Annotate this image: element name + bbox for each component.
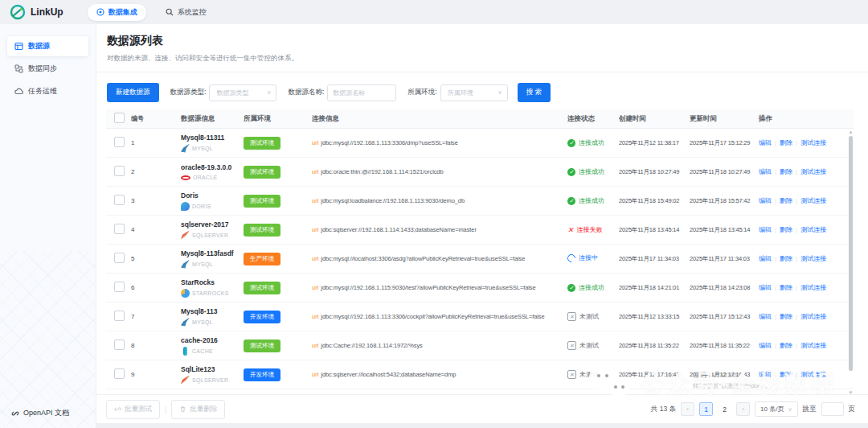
openapi-doc-label: OpenAPI 文档 bbox=[23, 408, 69, 418]
updated-time: 2025年11月17 11:34:03 bbox=[690, 255, 759, 263]
app-window: LinkUp 数据集成 系统监控 数据 bbox=[0, 0, 868, 428]
row-checkbox[interactable] bbox=[114, 195, 125, 205]
divider: | bbox=[796, 255, 797, 262]
delete-link[interactable]: 删除 bbox=[780, 197, 792, 204]
batch-test-button[interactable]: 批量测试 bbox=[106, 400, 160, 419]
batch-delete-button[interactable]: 批量删除 bbox=[171, 400, 225, 419]
delete-link[interactable]: 删除 bbox=[780, 168, 792, 175]
status-icon bbox=[567, 341, 576, 350]
divider: | bbox=[775, 255, 776, 262]
row-checkbox[interactable] bbox=[114, 340, 125, 350]
status-text: 连接中 bbox=[579, 253, 598, 262]
page-size-select[interactable]: 10 条/页 ∨ bbox=[755, 401, 797, 417]
page-1-button[interactable]: 1 bbox=[699, 402, 713, 416]
openapi-doc-link[interactable]: OpenAPI 文档 bbox=[11, 408, 69, 418]
delete-link[interactable]: 删除 bbox=[780, 284, 792, 291]
status-icon bbox=[567, 284, 575, 292]
test-connection-link[interactable]: 测试连接 bbox=[800, 371, 826, 378]
tab-data-integration[interactable]: 数据集成 bbox=[88, 4, 146, 21]
row-checkbox[interactable] bbox=[114, 166, 125, 176]
main-content: 数据源列表 对数据的来源、连接、访问和安全等进行统一集中管控的体系。 新建数据源… bbox=[96, 24, 868, 428]
type-filter-value[interactable] bbox=[215, 88, 266, 97]
status-text: 未测试 bbox=[579, 370, 599, 379]
test-connection-link[interactable]: 测试连接 bbox=[800, 139, 826, 146]
delete-link[interactable]: 删除 bbox=[780, 371, 792, 378]
delete-link[interactable]: 删除 bbox=[780, 255, 792, 262]
test-connection-link[interactable]: 测试连接 bbox=[800, 313, 826, 320]
next-page-button[interactable]: › bbox=[736, 402, 750, 416]
jump-page-input[interactable] bbox=[821, 402, 844, 416]
sidebar-item-task-ops[interactable]: 任务运维 bbox=[7, 81, 88, 101]
url-prefix: url bbox=[312, 371, 318, 378]
env-filter-value[interactable] bbox=[446, 88, 497, 97]
delete-link[interactable]: 删除 bbox=[780, 139, 792, 146]
starrocks-icon bbox=[181, 289, 190, 298]
sidebar-nav: 数据源 数据同步 任务运维 bbox=[0, 24, 96, 101]
edit-link[interactable]: 编辑 bbox=[759, 197, 772, 204]
edit-link[interactable]: 编辑 bbox=[759, 226, 772, 233]
created-time: 2025年11月18 15:49:02 bbox=[619, 197, 690, 205]
row-checkbox[interactable] bbox=[114, 224, 125, 234]
type-filter-select[interactable]: ∨ bbox=[209, 84, 276, 101]
test-connection-link[interactable]: 测试连接 bbox=[800, 284, 826, 291]
edit-link[interactable]: 编辑 bbox=[759, 168, 772, 175]
select-all-checkbox[interactable] bbox=[114, 113, 125, 123]
url-prefix: url bbox=[312, 255, 318, 262]
connection-status: 连接失败 bbox=[567, 225, 603, 234]
delete-link[interactable]: 删除 bbox=[780, 313, 792, 320]
delete-link[interactable]: 删除 bbox=[780, 342, 792, 349]
horizontal-scrollbar[interactable] bbox=[96, 423, 868, 428]
datasource-name: oracle8-19.3.0.0 bbox=[181, 163, 239, 171]
row-checkbox[interactable] bbox=[114, 137, 125, 147]
scrollbar-thumb[interactable] bbox=[849, 136, 853, 371]
test-connection-link[interactable]: 测试连接 bbox=[800, 197, 826, 204]
connection-status: 未测试 bbox=[567, 370, 599, 379]
divider: | bbox=[165, 405, 166, 414]
test-connection-link[interactable]: 测试连接 bbox=[800, 168, 826, 175]
create-datasource-button[interactable]: 新建数据源 bbox=[107, 83, 159, 102]
search-button[interactable]: 搜 索 bbox=[518, 83, 551, 102]
created-time: 2025年11月12 11:38:17 bbox=[619, 139, 690, 147]
test-connection-link[interactable]: 测试连接 bbox=[800, 255, 826, 262]
edit-link[interactable]: 编辑 bbox=[759, 313, 772, 320]
env-filter-select[interactable]: ∨ bbox=[440, 84, 508, 101]
edit-link[interactable]: 编辑 bbox=[759, 342, 772, 349]
scroll-up-icon[interactable]: ▲ bbox=[848, 130, 854, 134]
status-icon bbox=[567, 139, 575, 147]
integration-eye-icon bbox=[96, 8, 104, 16]
table-row: 5 Mysql8-113fasdf MYSQL 生产环境 urljdbc:mys… bbox=[106, 245, 854, 274]
table-scrollbar[interactable]: ▲ ▼ bbox=[848, 128, 854, 403]
edit-link[interactable]: 编辑 bbox=[759, 139, 772, 146]
env-badge: 生产环境 bbox=[244, 253, 280, 265]
test-connection-link[interactable]: 测试连接 bbox=[800, 226, 826, 233]
name-filter-input[interactable] bbox=[327, 84, 396, 101]
jdbc-url: jdbc:sqlserver://192.168.1.114:1433;data… bbox=[321, 226, 476, 233]
prev-page-button[interactable]: ‹ bbox=[681, 402, 694, 416]
table-row: 6 StarRocks STARROCKS 测试环境 urljdbc:mysql… bbox=[106, 274, 854, 302]
page-2-button[interactable]: 2 bbox=[718, 402, 731, 416]
updated-time: 2025年11月18 11:35:22 bbox=[690, 342, 759, 350]
delete-link[interactable]: 删除 bbox=[780, 226, 792, 233]
row-id: 3 bbox=[131, 197, 181, 204]
divider: | bbox=[775, 139, 776, 146]
tab-system-monitor[interactable]: 系统监控 bbox=[166, 7, 207, 18]
status-text: 连接成功 bbox=[579, 196, 604, 205]
col-status: 连接状态 bbox=[567, 114, 619, 124]
sidebar: 数据源 数据同步 任务运维 OpenAPI 文档 bbox=[0, 24, 96, 428]
test-connection-link[interactable]: 测试连接 bbox=[800, 342, 826, 349]
row-checkbox[interactable] bbox=[114, 282, 125, 292]
sqlserver-icon bbox=[181, 376, 190, 385]
url-prefix: url bbox=[312, 139, 318, 146]
created-time: 2025年11月18 11:35:22 bbox=[619, 342, 690, 350]
row-checkbox[interactable] bbox=[114, 253, 125, 263]
edit-link[interactable]: 编辑 bbox=[759, 255, 772, 262]
edit-link[interactable]: 编辑 bbox=[759, 284, 772, 291]
status-icon bbox=[567, 226, 574, 234]
sidebar-item-datasource[interactable]: 数据源 bbox=[7, 36, 88, 56]
row-checkbox[interactable] bbox=[114, 368, 125, 379]
env-badge: 测试环境 bbox=[244, 340, 280, 352]
row-checkbox[interactable] bbox=[114, 311, 125, 321]
edit-link[interactable]: 编辑 bbox=[759, 371, 772, 378]
sidebar-item-data-sync[interactable]: 数据同步 bbox=[7, 59, 88, 79]
created-time: 2025年11月12 13:33:15 bbox=[619, 313, 690, 321]
